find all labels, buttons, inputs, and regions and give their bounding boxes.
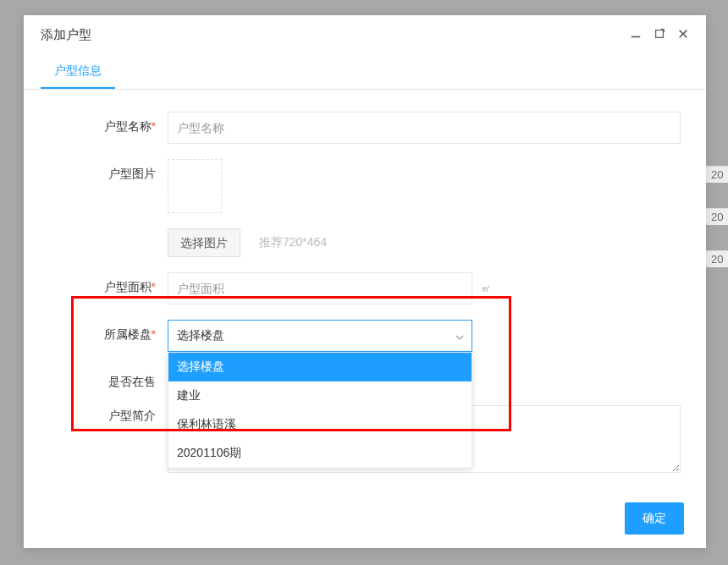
building-select[interactable]: 选择楼盘 选择楼盘 建业 保利林语溪 20201106期 [168,320,472,352]
label-onsale: 是否在售 [49,367,168,390]
row-image: 户型图片 [49,159,681,213]
row-name: 户型名称* [49,112,681,144]
label-image: 户型图片 [49,159,168,182]
minimize-icon[interactable] [630,28,642,42]
area-unit: ㎡ [481,282,491,296]
tab-unit-info[interactable]: 户型信息 [41,55,115,89]
bg-row-fragment: 20 [704,250,728,267]
confirm-button[interactable]: 确定 [625,502,684,535]
form-body: 户型名称* 户型图片 选择图片 推荐720*464 户型面积* [24,90,706,507]
label-intro: 户型简介 [49,405,168,424]
select-image-button[interactable]: 选择图片 [168,228,240,257]
bg-row-fragment: 20 [704,208,728,225]
chevron-down-icon [455,329,464,343]
name-input[interactable] [168,112,681,144]
maximize-icon[interactable] [654,28,665,42]
image-hint: 推荐720*464 [259,235,327,250]
image-upload-placeholder[interactable] [168,159,222,213]
dropdown-option[interactable]: 建业 [168,381,472,410]
close-icon[interactable] [677,28,689,42]
building-selected-value: 选择楼盘 [177,328,224,343]
label-area: 户型面积* [49,272,168,295]
tabs: 户型信息 [24,55,706,90]
modal-footer: 确定 [625,502,684,535]
row-building: 所属楼盘* 选择楼盘 选择楼盘 建业 保利林语溪 20201106期 [49,320,681,352]
label-building: 所属楼盘* [49,320,168,343]
row-image-btn: 选择图片 推荐720*464 [49,228,681,257]
building-dropdown: 选择楼盘 建业 保利林语溪 20201106期 [168,352,472,469]
modal-controls [630,28,689,42]
add-unit-modal: 添加户型 户型信息 户型名称* 户型图片 [24,15,706,548]
svg-rect-1 [656,30,664,38]
dropdown-option[interactable]: 选择楼盘 [168,353,472,381]
dropdown-option[interactable]: 保利林语溪 [168,410,472,439]
area-input[interactable] [168,272,472,304]
dropdown-option[interactable]: 20201106期 [168,439,472,468]
modal-title: 添加户型 [41,27,91,43]
row-area: 户型面积* ㎡ [49,272,681,304]
label-name: 户型名称* [49,112,168,134]
bg-row-fragment: 20 [704,166,728,183]
modal-header: 添加户型 [24,15,706,55]
